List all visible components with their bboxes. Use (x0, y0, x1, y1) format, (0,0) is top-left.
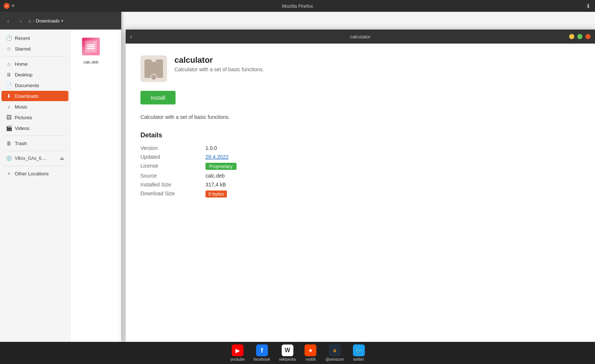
sidebar-item-music-label: Music (15, 104, 27, 110)
file-item-calc-deb[interactable]: calc.deb (76, 35, 106, 66)
sidebar-item-downloads[interactable]: ⬇ Downloads (1, 91, 68, 101)
app-icon (140, 55, 167, 82)
app-name: calculator (174, 55, 580, 65)
window-close-button[interactable]: × (585, 34, 591, 39)
app-info: calculator Calculator with a set of basi… (174, 55, 580, 72)
browser-content-area (121, 12, 595, 27)
source-label: Source (140, 173, 200, 179)
bookmark-facebook[interactable]: f facebook (254, 344, 270, 361)
sidebar-item-documents[interactable]: 📄 Documents (1, 80, 68, 90)
sidebar-item-home-label: Home (15, 61, 28, 67)
sidebar-item-desktop[interactable]: 🖥 Desktop (1, 69, 68, 80)
home-icon: ⌂ (6, 61, 12, 67)
sidebar-item-starred[interactable]: ☆ Starred (1, 44, 68, 54)
sidebar-item-home[interactable]: ⌂ Home (1, 59, 68, 69)
sidebar-item-recent-label: Recent (15, 35, 30, 41)
bookmark-youtube[interactable]: ▶ youtube (230, 344, 245, 361)
pictures-icon: 🖼 (6, 114, 12, 120)
details-table: Version 1.0.0 Updated 28.4.2022 License … (140, 145, 580, 198)
breadcrumb-dropdown-icon[interactable]: ▾ (61, 18, 64, 24)
sidebar-item-downloads-label: Downloads (15, 93, 38, 99)
app-header: calculator Calculator with a set of basi… (140, 55, 580, 82)
file-manager-header: ‹ › ⌂ › Downloads ▾ (0, 12, 121, 30)
window-controls: — □ × (569, 34, 591, 39)
window-maximize-button[interactable]: □ (577, 34, 582, 39)
fm-breadcrumb: ⌂ › Downloads ▾ (28, 18, 64, 24)
source-value: calc.deb (205, 173, 580, 179)
version-label: Version (140, 145, 200, 151)
installed-size-label: Installed Size (140, 182, 200, 188)
sidebar-item-documents-label: Documents (15, 83, 39, 88)
bookmark-amazon[interactable]: a @amazon (325, 344, 344, 361)
sidebar-divider-4 (3, 166, 67, 166)
sidebar-device-label: VBox_GAs_6.... (15, 156, 46, 161)
breadcrumb-separator: › (33, 18, 34, 24)
sidebar-item-pictures-label: Pictures (15, 115, 32, 120)
file-manager-body: 🕐 Recent ☆ Starred ⌂ Home 🖥 Desktop 📄 (0, 30, 121, 342)
trash-icon: 🗑 (6, 140, 12, 146)
app-description-short: Calculator with a set of basic functions… (174, 66, 580, 72)
app-icon-puzzle (140, 55, 167, 82)
software-center-content: calculator Calculator with a set of basi… (126, 44, 595, 342)
browser-title: Mozilla Firefox (282, 3, 313, 9)
recent-icon: 🕐 (6, 35, 12, 41)
sidebar-item-desktop-label: Desktop (15, 72, 33, 78)
documents-icon: 📄 (6, 82, 12, 88)
eject-button[interactable]: ⏏ (60, 156, 64, 161)
facebook-icon: f (256, 344, 268, 356)
sidebar-item-music[interactable]: ♪ Music (1, 102, 68, 112)
sidebar-item-other-locations[interactable]: + Other Locations (1, 168, 68, 179)
sidebar-divider-1 (3, 56, 67, 56)
browser-close-button[interactable]: × (4, 3, 10, 9)
install-button[interactable]: Install (140, 91, 176, 104)
sidebar-item-trash[interactable]: 🗑 Trash (1, 138, 68, 148)
file-manager-content: calc.deb (70, 30, 121, 342)
bookmark-twitter[interactable]: 🐦 twitter (353, 344, 365, 361)
file-label: calc.deb (84, 60, 99, 64)
bottom-bookmarks-bar: ▶ youtube f facebook W wikipedia ● reddi… (0, 342, 595, 364)
software-back-button[interactable]: ‹ (130, 33, 132, 40)
desktop-icon: 🖥 (6, 72, 12, 78)
fm-home-breadcrumb[interactable]: ⌂ (28, 18, 31, 24)
updated-value[interactable]: 28.4.2022 (205, 154, 580, 160)
twitter-icon: 🐦 (353, 344, 365, 356)
sidebar-device-vbox[interactable]: 💿 VBox_GAs_6.... ⏏ (1, 153, 68, 164)
sidebar-item-recent[interactable]: 🕐 Recent (1, 33, 68, 43)
wikipedia-icon: W (282, 344, 293, 356)
download-size-label: Download Size (140, 190, 200, 198)
updated-label: Updated (140, 154, 200, 160)
bookmark-wikipedia[interactable]: W wikipedia (279, 344, 296, 361)
software-window-title: calculator (350, 34, 371, 40)
app-description-long: Calculator with a set of basic functions… (140, 113, 580, 121)
reddit-icon: ● (305, 344, 316, 356)
fm-back-button[interactable]: ‹ (3, 16, 13, 26)
bookmark-reddit[interactable]: ● reddit (305, 344, 316, 361)
breadcrumb-current[interactable]: Downloads (36, 18, 59, 24)
amazon-icon: a (329, 344, 341, 356)
deb-file-icon (82, 38, 100, 58)
starred-icon: ☆ (6, 46, 12, 52)
file-manager-window: ‹ › ⌂ › Downloads ▾ 🕐 Recent ☆ Starred (0, 12, 121, 342)
bookmark-wikipedia-label: wikipedia (279, 357, 296, 361)
puzzle-piece (144, 59, 163, 78)
download-indicator-icon: ⬇ (586, 3, 591, 10)
software-window-titlebar: ‹ calculator — □ × (126, 30, 595, 44)
software-center-window: ‹ calculator — □ × calculator Calculator… (126, 30, 595, 342)
fm-forward-button[interactable]: › (16, 16, 26, 26)
details-heading: Details (140, 131, 580, 139)
sidebar-item-videos-label: Videos (15, 126, 30, 131)
download-size-badge: 0 bytes (205, 190, 227, 198)
license-value: Proprietary (205, 163, 580, 170)
file-manager-sidebar: 🕐 Recent ☆ Starred ⌂ Home 🖥 Desktop 📄 (0, 30, 70, 342)
sidebar-item-videos[interactable]: 🎬 Videos (1, 123, 68, 133)
videos-icon: 🎬 (6, 125, 12, 131)
youtube-icon: ▶ (232, 344, 244, 356)
license-badge: Proprietary (205, 163, 237, 170)
music-icon: ♪ (6, 104, 12, 110)
license-label: License (140, 163, 200, 170)
sidebar-item-other-locations-label: Other Locations (15, 171, 49, 176)
sidebar-item-pictures[interactable]: 🖼 Pictures (1, 112, 68, 123)
bookmark-amazon-label: @amazon (325, 357, 344, 361)
new-tab-button[interactable]: + (11, 2, 15, 10)
window-minimize-button[interactable]: — (569, 34, 574, 39)
